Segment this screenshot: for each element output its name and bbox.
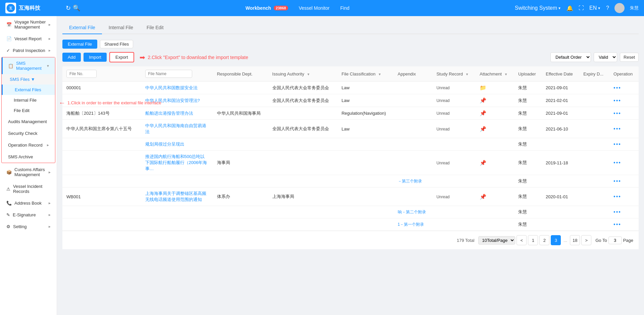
sort-issuing-authority-icon[interactable]: ▼	[307, 72, 310, 76]
sidebar-item-address-book[interactable]: 📞 Address Book ►	[0, 197, 57, 209]
logo-icon: 互	[5, 3, 16, 13]
th-issuing-authority: Issuing Authority ▼	[268, 66, 338, 82]
tab-file-edit[interactable]: File Edit	[140, 21, 170, 34]
appendix-link[interactable]: 响－第二个附录	[398, 210, 426, 214]
paperclip-icon: 📌	[480, 160, 486, 166]
sidebar-sub-file-edit[interactable]: File Edit	[2, 105, 55, 116]
cell-file-classification	[337, 188, 393, 206]
sidebar-sub-internal-file[interactable]: Internal File	[2, 95, 55, 105]
operation-dots-btn[interactable]: •••	[613, 178, 621, 184]
cell-study-record: Unread	[432, 120, 476, 138]
cell-responsible-dept	[213, 218, 268, 231]
notification-icon[interactable]: 🔔	[567, 5, 573, 11]
fullscreen-icon[interactable]: ⛶	[579, 5, 584, 11]
sort-file-class-icon[interactable]: ▼	[378, 72, 381, 76]
chevron-right-icon: ►	[48, 201, 51, 205]
appendix-link[interactable]: －第三个附录	[398, 179, 422, 183]
cell-responsible-dept	[213, 175, 268, 188]
appendix-link[interactable]: 1－第一个附录	[398, 222, 424, 227]
nav-vessel-monitor[interactable]: Vessel Monitor	[299, 5, 330, 11]
import-button[interactable]: Import	[84, 53, 107, 62]
nav-find[interactable]: Find	[340, 5, 349, 11]
sidebar-item-vessel-incident[interactable]: ⚠ Vessel Incident Records	[0, 180, 57, 197]
sidebar-item-e-signature[interactable]: ✎ E-Signature ►	[0, 209, 57, 221]
sidebar-item-operation-record[interactable]: Operation Record ►	[2, 139, 55, 151]
file-name-link[interactable]: 中华人民共和国数据安全法	[145, 85, 198, 90]
sidebar-item-audits-management[interactable]: Audits Management	[2, 116, 55, 127]
operation-dots-btn[interactable]: •••	[613, 141, 621, 147]
cell-attachment: 📌	[476, 107, 514, 120]
sidebar-item-vessel-report[interactable]: 📄 Vessel Report ►	[0, 33, 57, 45]
sort-attachment-icon[interactable]: ▼	[504, 72, 507, 76]
valid-select[interactable]: Valid	[594, 52, 617, 62]
sidebar-item-setting[interactable]: ⚙ Setting ►	[0, 221, 57, 232]
sidebar-item-security-check[interactable]: Security Check	[2, 127, 55, 139]
file-name-link[interactable]: 船舶进出港报告管理办法	[145, 111, 193, 116]
cell-appendix	[394, 94, 433, 107]
cell-attachment: 📌	[476, 188, 514, 206]
switching-system-btn[interactable]: Switching System ▼	[515, 5, 561, 11]
cell-operation: •••	[609, 82, 639, 94]
sort-study-record-icon[interactable]: ▼	[466, 72, 469, 76]
file-name-link[interactable]: 中华人民共和国海南自由贸易港法	[145, 123, 206, 134]
center-navigation: Workbench 23868 Vessel Monitor Find	[80, 5, 515, 11]
operation-dots-btn[interactable]: •••	[613, 110, 621, 116]
sidebar-item-patrol-inspection[interactable]: ✓ Patrol Inspection ►	[0, 45, 57, 56]
cell-expiry-date	[579, 107, 609, 120]
cell-expiry-date	[579, 175, 609, 188]
sidebar-item-sms-management[interactable]: 📋 SMS Management ▼	[2, 57, 55, 74]
tab-internal-file[interactable]: Internal File	[102, 21, 140, 34]
operation-dots-btn[interactable]: •••	[613, 221, 621, 227]
sidebar-item-sms-archive[interactable]: SMS Archive	[2, 151, 55, 163]
operation-dots-btn[interactable]: •••	[613, 126, 621, 132]
export-button[interactable]: Export	[109, 52, 134, 62]
nav-icon-home[interactable]: ↻ 🔍	[66, 4, 80, 12]
page-18-btn[interactable]: 18	[570, 235, 580, 245]
operation-dots-btn[interactable]: •••	[613, 160, 621, 165]
sidebar-section-sms-files[interactable]: SMS Files ▼	[2, 74, 55, 85]
sort-order-select[interactable]: Default Order	[550, 52, 591, 62]
page-1-btn[interactable]: 1	[528, 235, 538, 245]
operation-dots-btn[interactable]: •••	[613, 209, 621, 215]
prev-page-btn[interactable]: <	[517, 235, 527, 245]
operation-dots-btn[interactable]: •••	[613, 85, 621, 91]
tab-external-file[interactable]: External File	[62, 21, 102, 34]
cell-operation: •••	[609, 151, 639, 175]
sidebar-sub-external-files[interactable]: External Files	[2, 85, 55, 95]
cell-file-name: 推进国内航行海船和500总吨以下国际航行船舶履行（2006年海事…	[141, 151, 213, 175]
cell-effective-date: 2021-09-01	[542, 82, 579, 94]
external-file-active-btn[interactable]: External File	[62, 40, 97, 49]
chevron-right-icon: ►	[48, 170, 51, 174]
goto-input[interactable]	[608, 237, 622, 244]
file-name-link[interactable]: 上海海事局关于调整锚区基高频无线电话频道使用范围的通知	[145, 191, 206, 202]
filter-file-name[interactable]	[145, 70, 192, 78]
paperclip-icon: 📌	[480, 126, 486, 132]
table-row: －第三个附录 朱慧 •••	[62, 175, 639, 188]
cell-file-classification	[337, 206, 393, 218]
operation-dots-btn[interactable]: •••	[613, 98, 621, 103]
sidebar-item-customs[interactable]: 📦 Customs Affairs Management ►	[0, 164, 57, 180]
sidebar-item-voyage-number[interactable]: 📅 Voyage Number Management ►	[0, 16, 57, 33]
help-icon[interactable]: ?	[606, 5, 609, 11]
th-study-record: Study Record ▼	[432, 66, 476, 82]
filter-file-no[interactable]	[66, 70, 97, 78]
file-name-link[interactable]: 推进国内航行海船和500总吨以下国际航行船舶履行（2006年海事…	[145, 154, 207, 171]
page-3-btn[interactable]: 3	[551, 235, 561, 245]
file-name-link[interactable]: 规划局很过分呈现出	[145, 142, 184, 147]
cell-effective-date	[542, 175, 579, 188]
folder-icon: 📁	[480, 85, 486, 91]
reset-button[interactable]: Reset	[620, 53, 639, 62]
nav-workbench[interactable]: Workbench 23868	[246, 5, 288, 11]
language-selector[interactable]: EN ▼	[589, 5, 601, 11]
file-name-link[interactable]: 中华人民共和国治安管理法?	[145, 98, 200, 103]
operation-dots-btn[interactable]: •••	[613, 194, 621, 199]
page-size-select[interactable]: 10Total/Page	[478, 236, 515, 245]
shared-files-tag[interactable]: Shared Files	[100, 40, 133, 48]
cell-uploader: 朱慧	[514, 107, 542, 120]
next-page-btn[interactable]: >	[581, 235, 591, 245]
table-body: 000001 中华人民共和国数据安全法 全国人民代表大会常务委员会 Law Un…	[62, 82, 639, 231]
add-button[interactable]: Add	[62, 53, 81, 62]
page-2-btn[interactable]: 2	[539, 235, 549, 245]
export-annotation: ➡ 2.Click "Export" to download the impor…	[140, 53, 248, 61]
cell-effective-date: 2021-02-01	[542, 94, 579, 107]
